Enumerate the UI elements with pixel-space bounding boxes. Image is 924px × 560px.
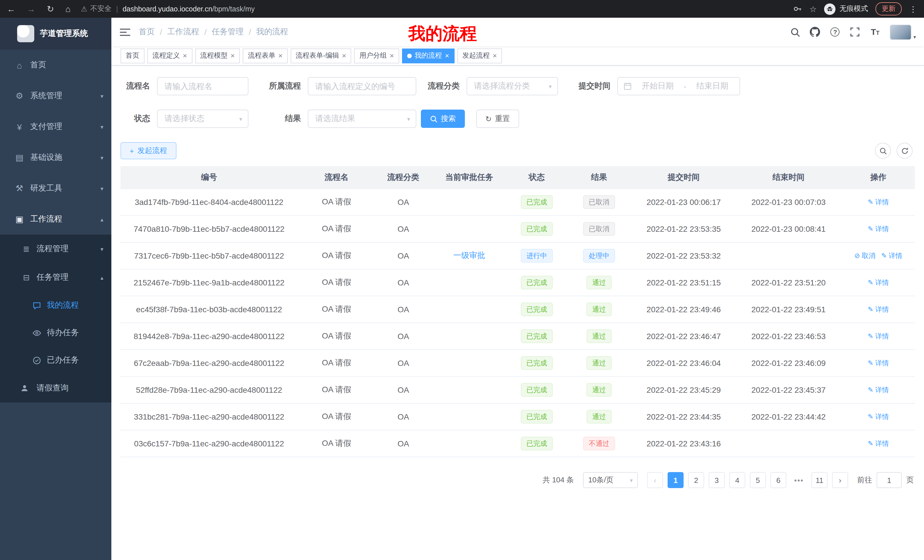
sidebar-item-process-management[interactable]: ≣ 流程管理 ▾ <box>0 235 111 263</box>
close-tab-icon[interactable]: × <box>445 52 449 59</box>
result-select[interactable]: 请选流结果 ▾ <box>308 109 416 128</box>
table-row: 819442e8-7b9a-11ec-a290-acde48001122 OA … <box>120 323 915 350</box>
tab-process-definition[interactable]: 流程定义× <box>147 48 192 63</box>
start-date-placeholder[interactable]: 开始日期 <box>636 81 679 91</box>
reset-button[interactable]: ↻ 重置 <box>476 109 519 128</box>
sidebar-item-infrastructure[interactable]: ▤ 基础设施 ▾ <box>0 142 111 173</box>
browser-menu-icon[interactable]: ⋮ <box>909 4 917 13</box>
page-button-5[interactable]: 5 <box>750 472 766 488</box>
browser-update-button[interactable]: 更新 <box>876 2 902 15</box>
detail-link[interactable]: ✎详情 <box>868 198 889 207</box>
detail-link[interactable]: ✎详情 <box>868 385 889 395</box>
sidebar-item-my-process[interactable]: 我的流程 <box>0 292 111 319</box>
sidebar-item-todo-tasks[interactable]: 待办任务 <box>0 319 111 346</box>
address-bar[interactable]: ⚠ 不安全 | dashboard.yudao.iocoder.cn/bpm/t… <box>81 4 783 14</box>
sidebar-item-devtools[interactable]: ⚒ 研发工具 ▾ <box>0 173 111 204</box>
page-button-11[interactable]: 11 <box>812 472 828 488</box>
sidebar-item-workflow[interactable]: ▣ 工作流程 ▴ <box>0 204 111 235</box>
table-row: ec45f38f-7b9a-11ec-b03b-acde48001122 OA … <box>120 296 915 323</box>
close-tab-icon[interactable]: × <box>390 52 394 59</box>
edit-icon: ✎ <box>881 252 887 260</box>
page-url[interactable]: dashboard.yudao.iocoder.cn/bpm/task/my <box>123 5 255 13</box>
not-secure-icon: ⚠ <box>81 4 87 13</box>
start-process-button[interactable]: + 发起流程 <box>120 142 176 159</box>
search-button[interactable]: 搜索 <box>421 109 465 128</box>
goto-page-input[interactable] <box>877 472 902 488</box>
close-tab-icon[interactable]: × <box>342 52 346 59</box>
detail-link[interactable]: ✎详情 <box>868 225 889 234</box>
github-icon[interactable] <box>810 27 820 37</box>
pagination: 共 104 条 10条/页 ▾ ‹ 1 2 3 4 5 6 ••• 11 › 前… <box>120 472 915 488</box>
result-badge: 通过 <box>586 410 612 424</box>
submit-time-range-picker[interactable]: 开始日期 - 结束日期 <box>617 77 740 95</box>
cell-name: OA 请假 <box>297 412 375 422</box>
current-task-link[interactable]: 一级审批 <box>453 251 485 260</box>
prev-page-button[interactable]: ‹ <box>647 472 663 488</box>
bookmark-star-icon[interactable]: ☆ <box>810 4 817 13</box>
process-name-input[interactable] <box>157 77 248 95</box>
close-tab-icon[interactable]: × <box>278 52 282 59</box>
page-button-1[interactable]: 1 <box>668 472 684 488</box>
detail-link[interactable]: ✎详情 <box>868 439 889 449</box>
process-definition-label: 所属流程 <box>262 81 308 91</box>
tab-process-form[interactable]: 流程表单× <box>243 48 288 63</box>
help-icon[interactable]: ? <box>830 27 840 37</box>
next-page-button[interactable]: › <box>832 472 848 488</box>
sidebar-item-task-management[interactable]: ⊟ 任务管理 ▴ <box>0 263 111 292</box>
person-icon <box>21 384 32 392</box>
search-icon[interactable] <box>790 27 800 37</box>
tab-my-process[interactable]: 我的流程× <box>402 48 454 63</box>
sidebar-item-done-tasks[interactable]: 已办任务 <box>0 346 111 374</box>
tab-start-process[interactable]: 发起流程× <box>457 48 502 63</box>
process-definition-input[interactable] <box>308 77 416 95</box>
sidebar-item-system[interactable]: ⚙ 系统管理 ▾ <box>0 81 111 111</box>
tab-process-model[interactable]: 流程模型× <box>195 48 240 63</box>
detail-link[interactable]: ✎详情 <box>868 358 889 368</box>
cancel-link[interactable]: ⊘取消 <box>854 251 876 261</box>
detail-link[interactable]: ✎详情 <box>868 278 889 288</box>
user-avatar-menu[interactable]: ▾ <box>890 24 916 40</box>
detail-link[interactable]: ✎详情 <box>868 332 889 341</box>
browser-forward-icon[interactable]: → <box>27 4 35 13</box>
fullscreen-icon[interactable] <box>850 27 860 37</box>
hamburger-icon[interactable] <box>111 28 139 36</box>
sidebar-item-payment[interactable]: ¥ 支付管理 ▾ <box>0 111 111 142</box>
font-size-icon[interactable]: TT <box>870 27 880 37</box>
total-count: 共 104 条 <box>543 475 574 485</box>
sidebar-item-home[interactable]: ⌂ 首页 <box>0 49 111 81</box>
end-date-placeholder[interactable]: 结束日期 <box>691 81 734 91</box>
detail-link[interactable]: ✎详情 <box>868 305 889 314</box>
close-tab-icon[interactable]: × <box>183 52 187 59</box>
page-size-select[interactable]: 10条/页 ▾ <box>583 472 638 488</box>
page-title-annotation: 我的流程 <box>408 22 477 46</box>
close-tab-icon[interactable]: × <box>230 52 235 59</box>
breadcrumb-task-management[interactable]: 任务管理 <box>212 27 244 37</box>
tab-home[interactable]: 首页 <box>120 48 144 63</box>
chevron-down-icon: ▾ <box>100 93 104 99</box>
toggle-search-button[interactable] <box>875 143 891 159</box>
browser-reload-icon[interactable]: ↻ <box>47 4 54 13</box>
breadcrumb-workflow[interactable]: 工作流程 <box>167 27 199 37</box>
password-key-icon[interactable] <box>794 4 802 13</box>
result-badge: 已取消 <box>583 195 615 209</box>
browser-back-icon[interactable]: ← <box>7 4 15 13</box>
not-secure-label[interactable]: 不安全 <box>90 4 112 14</box>
breadcrumb-home[interactable]: 首页 <box>139 27 155 37</box>
status-select[interactable]: 请选择状态 ▾ <box>157 109 248 128</box>
page-button-4[interactable]: 4 <box>729 472 745 488</box>
close-tab-icon[interactable]: × <box>492 52 497 59</box>
page-button-3[interactable]: 3 <box>709 472 725 488</box>
detail-link[interactable]: ✎详情 <box>868 412 889 422</box>
app-logo[interactable]: 芋道管理系统 <box>0 18 111 49</box>
page-button-2[interactable]: 2 <box>688 472 704 488</box>
page-button-6[interactable]: 6 <box>770 472 786 488</box>
goto-suffix-label: 页 <box>906 475 914 485</box>
detail-link[interactable]: ✎详情 <box>881 251 902 261</box>
refresh-table-button[interactable] <box>897 143 913 159</box>
more-pages-button[interactable]: ••• <box>791 472 807 488</box>
process-category-select[interactable]: 请选择流程分类 ▾ <box>466 77 558 95</box>
browser-home-icon[interactable]: ⌂ <box>65 4 70 13</box>
sidebar-item-leave-query[interactable]: 请假查询 <box>0 374 111 403</box>
tab-user-group[interactable]: 用户分组× <box>354 48 399 63</box>
tab-process-form-edit[interactable]: 流程表单-编辑× <box>291 48 351 63</box>
